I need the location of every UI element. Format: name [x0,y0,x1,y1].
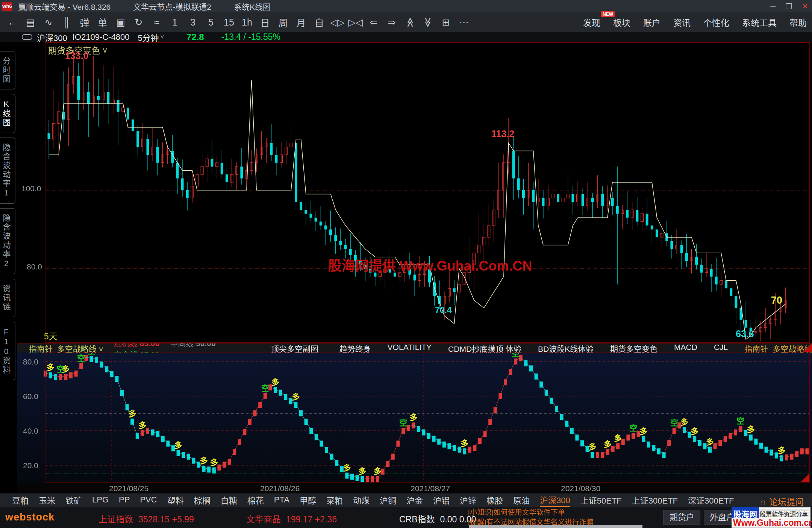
contract-tab-上证50ETF[interactable]: 上证50ETF [580,494,622,507]
indicator-tab-CDMD抄底摸顶 体验[interactable]: CDMD抄底摸顶 体验 [448,343,521,353]
chevron-down-icon[interactable]: ˅ [161,34,164,41]
contract-tab-塑料[interactable]: 塑料 [167,494,184,507]
collapse-up-icon[interactable]: ≫ [404,15,415,29]
line-chart-icon[interactable]: ∿ [41,17,56,28]
period-custom[interactable]: 自 [312,15,326,29]
prev-page-icon[interactable]: ⇐ [367,17,381,28]
sidebar-tab-隐含波动率1[interactable]: 隐含波动率1 [0,138,15,204]
maximize-icon[interactable]: ❐ [785,2,792,11]
contract-tab-LPG[interactable]: LPG [92,495,109,505]
contract-tab-沪铝[interactable]: 沪铝 [433,494,450,507]
save-icon[interactable]: ▣ [114,17,128,28]
indicator-tab-顶尖多空副图_[interactable]: 顶尖多空副图_ [271,343,323,353]
indicator-tab-趋势终身[interactable]: 趋势终身 [339,343,371,353]
indicator-selector[interactable]: 指南针_多空战略线 ˅ [29,343,103,353]
sidebar-tab-F10资料[interactable]: F10资料 [0,322,15,380]
order-ticket-icon[interactable]: 单 [95,15,110,29]
sub-chart-canvas[interactable] [17,353,812,483]
back-icon[interactable]: ← [5,17,20,28]
period-15min[interactable]: 15 [222,17,236,28]
view-title: 系统K线图 [234,1,271,12]
indicator-tab-CJL[interactable]: CJL [714,343,728,353]
period-day[interactable]: 日 [258,15,272,29]
minimize-icon[interactable]: ─ [770,2,776,11]
zoom-out-icon[interactable]: ◁▷ [330,17,344,28]
indicator-tab-期货多空变色[interactable]: 期货多空变色 [610,343,657,353]
menu-板块[interactable]: 板块 [613,16,630,29]
close-icon[interactable]: ✕ [802,2,808,11]
date-label-2021/08/30: 2021/08/30 [561,484,600,493]
contract-tab-菜粕[interactable]: 菜粕 [326,494,343,507]
menu-资讯[interactable]: 资讯 [673,16,691,29]
index-label: CRB指数 [399,514,435,524]
guhai-logo: 股海网 股票软件资源分享 Www.Guhai.com.cn [732,507,810,528]
last-price: 72.8 [186,32,204,42]
notice-marquee[interactable]: [小知识]如何使用文华软件下单 [提醒]有不法网站假借文华名义进行诈骗 [468,508,648,527]
period-3min[interactable]: 3 [186,17,200,28]
contract-tab-豆粕[interactable]: 豆粕 [12,494,29,507]
instrument-name[interactable]: 沪深300 [37,31,67,43]
forum-link[interactable]: ∩论坛提问 [760,495,804,508]
strategy-icon[interactable]: 弹 [77,15,92,29]
period-1hour[interactable]: 1h [240,17,254,28]
zoom-in-icon[interactable]: ▷◁ [348,17,362,28]
sidebar-tab-资讯链[interactable]: 资讯链 [0,279,15,317]
contract-tab-白糖[interactable]: 白糖 [221,494,237,507]
indicator-tab-MACD[interactable]: MACD [674,343,697,353]
menu-帮助[interactable]: 帮助 [789,16,807,29]
period-week[interactable]: 周 [276,15,290,29]
link-icon[interactable] [22,34,32,40]
sidebar-tab-隐含波动率2[interactable]: 隐含波动率2 [0,208,15,274]
main-chart-canvas[interactable] [17,42,812,343]
contract-tab-沪铜[interactable]: 沪铜 [380,494,396,507]
main-chart-panel: 期货多空变色 ˅133.0113.270.463.6705天100.080.0股… [17,42,812,343]
indicator-tabs: 顶尖多空副图_趋势终身VOLATILITYCDMD抄底摸顶 体验BD波段K线体验… [271,343,812,353]
index-CRB指数: CRB指数0.00 0.00 [399,512,476,525]
period-month[interactable]: 月 [294,15,308,29]
main-menu: 发现NEW板块账户资讯个性化系统工具帮助 [583,12,807,32]
indicator-icon[interactable]: ≈ [150,17,164,28]
period-1min[interactable]: 1 [168,17,182,28]
period-5min[interactable]: 5 [204,17,218,28]
indicator-tab-指南针_多空战略线[interactable]: 指南针_多空战略线 [744,343,812,353]
contract-tab-动煤[interactable]: 动煤 [353,494,370,507]
menu-发现[interactable]: 发现NEW [583,16,600,29]
param-value: 85.00 [140,343,160,348]
more-icon[interactable]: ⋯ [457,17,471,28]
sidebar-tab-分时图[interactable]: 分时图 [0,51,15,89]
app-logo-icon: wh6 [2,2,12,11]
contract-tab-玉米[interactable]: 玉米 [39,494,55,507]
menu-账户[interactable]: 账户 [643,16,661,29]
sidebar-tab-K线图[interactable]: K线图 [0,94,15,133]
period-selector[interactable]: 5分钟 [138,31,159,43]
param-value: 50.00 [196,343,216,348]
indicator-tab-BD波段K线体验[interactable]: BD波段K线体验 [538,343,594,353]
next-page-icon[interactable]: ⇒ [385,17,399,28]
contract-tab-PVC[interactable]: PVC [140,495,157,505]
layout-grid-icon[interactable]: ⊞ [439,17,453,28]
candlestick-icon[interactable]: ║ [59,17,74,28]
app-window: wh6 赢顺云端交易 - Ver6.8.326 文华云节点-模拟联通2 系统K线… [0,0,812,528]
contract-tab-上证300ETF[interactable]: 上证300ETF [632,494,678,507]
contract-tab-原油[interactable]: 原油 [513,494,530,507]
contract-tab-棕榈[interactable]: 棕榈 [194,494,211,507]
contract-tab-橡胶[interactable]: 橡胶 [486,494,503,507]
contract-tab-棉花[interactable]: 棉花 [247,494,264,507]
contract-tab-沪深300[interactable]: 沪深300 [540,493,570,507]
index-文华商品: 文华商品199.17 +2.36 [246,512,337,525]
indicator-tab-VOLATILITY[interactable]: VOLATILITY [388,343,432,353]
quote-board-icon[interactable]: ▤ [23,17,38,28]
expand-down-icon[interactable]: ≫ [422,15,433,29]
account-button-期货户[interactable]: 期货户 [664,510,700,525]
refresh-icon[interactable]: ↻ [132,17,146,28]
contract-tab-铁矿[interactable]: 铁矿 [65,494,82,507]
contract-tab-深证300ETF[interactable]: 深证300ETF [688,494,734,507]
menu-个性化[interactable]: 个性化 [703,16,729,29]
contract-tab-甲醇[interactable]: 甲醇 [300,494,316,507]
contract-code[interactable]: IO2109-C-4800 [73,32,130,42]
contract-tab-沪锌[interactable]: 沪锌 [460,494,476,507]
contract-tab-PP[interactable]: PP [119,495,130,505]
contract-tab-沪金[interactable]: 沪金 [406,494,423,507]
contract-tab-PTA[interactable]: PTA [274,495,289,505]
menu-系统工具[interactable]: 系统工具 [742,16,777,29]
